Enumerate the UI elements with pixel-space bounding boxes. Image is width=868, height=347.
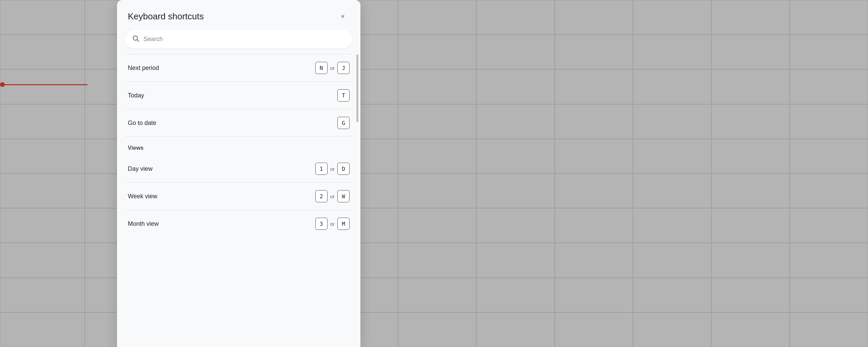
key-n: N [315,62,328,74]
or-text-1: or [330,65,335,71]
or-text-3: or [330,194,335,199]
search-container [117,30,360,54]
modal-title: Keyboard shortcuts [128,11,204,22]
shortcut-label-day-view: Day view [128,165,153,172]
svg-line-1 [137,40,139,41]
shortcut-day-view: Day view 1 or D [125,155,352,183]
search-bar [125,30,352,49]
shortcut-keys-today: T [337,89,350,102]
shortcut-label-month-view: Month view [128,220,159,227]
shortcut-keys-day-view: 1 or D [315,163,350,175]
key-3: 3 [315,218,328,230]
shortcut-keys-go-to-date: G [337,117,350,129]
shortcut-keys-month-view: 3 or M [315,218,350,230]
search-input[interactable] [143,36,346,43]
key-g: G [337,117,350,129]
key-j: J [337,62,350,74]
shortcut-month-view: Month view 3 or M [125,210,352,237]
key-t: T [337,89,350,102]
key-1: 1 [315,163,328,175]
views-section-header: Views [125,137,352,155]
shortcut-today: Today T [125,82,352,109]
shortcut-label-today: Today [128,92,144,99]
close-button[interactable]: × [336,10,350,23]
or-text-2: or [330,166,335,172]
shortcut-keys-week-view: 2 or W [315,190,350,202]
shortcut-label-next-period: Next period [128,65,159,72]
search-icon [132,35,139,44]
close-icon: × [341,13,345,20]
shortcut-next-period: Next period N or J [125,54,352,82]
shortcuts-list[interactable]: Next period N or J Today T Go to date G … [117,54,360,347]
shortcut-label-go-to-date: Go to date [128,120,156,127]
key-d: D [337,163,350,175]
shortcut-keys-next-period: N or J [315,62,350,74]
or-text-4: or [330,221,335,227]
shortcut-week-view: Week view 2 or W [125,183,352,210]
modal-header: Keyboard shortcuts × [117,0,360,30]
key-w: W [337,190,350,202]
modal-scrollbar[interactable] [356,54,358,122]
shortcut-label-week-view: Week view [128,193,157,200]
key-2: 2 [315,190,328,202]
shortcut-go-to-date: Go to date G [125,109,352,137]
keyboard-shortcuts-modal: Keyboard shortcuts × Next period N or J [117,0,360,347]
key-m: M [337,218,350,230]
views-section-title: Views [128,145,144,151]
